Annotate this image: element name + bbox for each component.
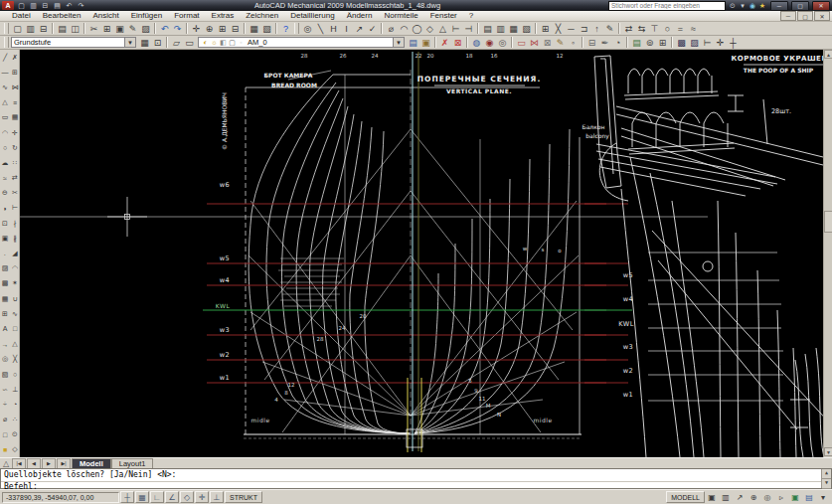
am-annotation-text-icon[interactable]: I	[340, 23, 353, 35]
doc-minimize-button[interactable]: ─	[780, 11, 796, 21]
am-weld-symbol-icon[interactable]: ⊢	[449, 23, 462, 35]
scroll-down-icon[interactable]: ▼	[822, 479, 831, 489]
modify-scale-icon[interactable]: ∷	[10, 155, 20, 170]
am-pair-icon[interactable]: ⇆	[635, 23, 648, 35]
lightbulb-icon[interactable]: ◐	[201, 39, 210, 47]
tray-chevron-icon[interactable]: ▾	[816, 491, 830, 503]
minimize-button[interactable]: ─	[770, 1, 788, 11]
am-align-plus-icon[interactable]: ┼	[727, 37, 740, 49]
am-arc-tools-icon[interactable]: ◠	[398, 23, 411, 35]
undo-icon[interactable]: ↶	[158, 23, 171, 35]
otrack-toggle[interactable]: ✛	[195, 491, 209, 503]
am-edge-symbol-icon[interactable]: ⊣	[462, 23, 475, 35]
zoom-realtime-icon[interactable]: ⊕	[203, 23, 216, 35]
menu-format[interactable]: Format	[168, 11, 205, 21]
open-icon[interactable]: ▥	[24, 23, 37, 35]
tab-nav-last[interactable]: ▶|	[57, 458, 71, 469]
am-balloon-icon[interactable]: ⊚	[643, 37, 656, 49]
favorites-icon[interactable]: ★	[757, 1, 767, 10]
draw-divide-icon[interactable]: ÷	[0, 397, 10, 412]
am-sheet-c-icon[interactable]: ▦	[507, 23, 520, 35]
snap-toggle[interactable]: ┼	[120, 491, 134, 503]
qat-save-icon[interactable]: ⊟	[40, 1, 51, 10]
designcenter-icon[interactable]: ▧	[260, 23, 273, 35]
am-circle-o-icon[interactable]: ○	[661, 23, 674, 35]
draw-helix-icon[interactable]: ∽	[0, 382, 10, 397]
warning-triangle-icon[interactable]: △	[0, 459, 12, 468]
am-layer-group-a-icon[interactable]: ▩	[675, 37, 688, 49]
grid-toggle[interactable]: ▦	[135, 491, 149, 503]
am-sheet-d-icon[interactable]: ▧	[520, 23, 533, 35]
am-swap-icon[interactable]: ⇄	[622, 23, 635, 35]
am-tee-icon[interactable]: ⊤	[648, 23, 661, 35]
modify-break-icon[interactable]: ∦	[10, 231, 20, 246]
doc-close-button[interactable]: ✕	[814, 11, 830, 21]
draw-rectangle-icon[interactable]: ▭	[0, 110, 10, 125]
am-bracket-icon[interactable]: ⊐	[578, 23, 590, 35]
draw-arc-icon[interactable]: ◠	[0, 125, 10, 140]
style-combo[interactable]: Grundstufe ▼	[11, 37, 136, 48]
draw-measure-icon[interactable]: ⌀	[0, 413, 10, 427]
modify-offset-icon[interactable]: ≡	[10, 95, 20, 110]
am-line-symbol-icon[interactable]: ─	[565, 23, 578, 35]
qat-new-icon[interactable]: ▢	[16, 1, 27, 10]
modify-join-icon[interactable]: ∪	[10, 291, 20, 306]
zoom-window-icon[interactable]: ⊞	[216, 23, 229, 35]
plot-state-icon[interactable]: ▢	[228, 39, 237, 47]
am-surface-symbol-icon[interactable]: ✓	[366, 23, 379, 35]
menu-einfgen[interactable]: Einfügen	[125, 11, 169, 21]
scroll-up-icon[interactable]: ▲	[824, 50, 832, 59]
qat-open-icon[interactable]: ▥	[28, 1, 39, 10]
save-icon[interactable]: ⊟	[37, 23, 50, 35]
draw-ellipse-arc-icon[interactable]: ◗	[0, 201, 10, 216]
am-power-view-icon[interactable]: ◍	[470, 37, 483, 49]
draw-donut-icon[interactable]: ◎	[0, 352, 10, 367]
plot-preview-icon[interactable]: ◫	[69, 23, 82, 35]
am-detail-icon[interactable]: ◯	[411, 23, 423, 35]
qat-undo-icon[interactable]: ↶	[64, 1, 75, 10]
am-visibility-on-icon[interactable]: ⊠	[451, 37, 464, 49]
menu-bearbeiten[interactable]: Bearbeiten	[37, 11, 87, 21]
snap-settings-icon[interactable]: ◇	[10, 442, 20, 457]
am-section-tool-icon[interactable]: ⊠	[541, 37, 554, 49]
modify-mirror-icon[interactable]: ⋈	[10, 80, 20, 94]
qat-plot-icon[interactable]: ▤	[52, 1, 63, 10]
display-control-icon[interactable]: ▭	[183, 37, 196, 49]
am-powersnap-icon[interactable]: ◎	[301, 23, 314, 35]
draw-table-icon[interactable]: ⊞	[0, 306, 10, 321]
freeze-sun-icon[interactable]: ☼	[210, 39, 219, 47]
layer-previous-icon[interactable]: ⊡	[151, 37, 164, 49]
zoom-previous-icon[interactable]: ⊟	[229, 23, 242, 35]
tab-nav-prev[interactable]: ◀	[27, 458, 41, 469]
help-icon[interactable]: ?	[279, 23, 292, 35]
draw-hatch-icon[interactable]: ▨	[0, 261, 10, 276]
scroll-down-icon[interactable]: ▼	[824, 447, 832, 456]
am-arrow-up-icon[interactable]: ↑	[590, 23, 603, 35]
modify-copy-icon[interactable]: ⊞	[10, 65, 20, 80]
modify-pedit-icon[interactable]: ∿	[10, 306, 20, 321]
scroll-up-icon[interactable]: ▲	[822, 469, 831, 479]
draw-boundary-icon[interactable]: □	[0, 427, 10, 442]
pan-tray-icon[interactable]: ↗	[733, 491, 747, 503]
cut-icon[interactable]: ✂	[87, 23, 100, 35]
quickview-drawings-icon[interactable]: ▥	[719, 491, 733, 503]
color-swatch-icon[interactable]: ▪	[237, 39, 246, 47]
am-dot-tool-icon[interactable]: ◦	[567, 37, 580, 49]
paste-icon[interactable]: ▣	[113, 23, 126, 35]
modify-explode-icon[interactable]: ✶	[10, 276, 20, 291]
close-button[interactable]: ✕	[812, 1, 830, 11]
am-partlist-icon[interactable]: ⊞	[656, 37, 669, 49]
modify-erase-icon[interactable]: ✗	[10, 50, 20, 65]
snap-tangent-icon[interactable]: ◔	[10, 397, 20, 412]
snap-endpoint-icon[interactable]: □	[10, 321, 20, 336]
draw-ellipse-icon[interactable]: ⊖	[0, 186, 10, 201]
menu-normteile[interactable]: Normteile	[378, 11, 423, 21]
plot-notify-icon[interactable]: ▤	[802, 491, 816, 503]
snap-nearest-icon[interactable]: ∴	[10, 413, 20, 427]
am-edit-sheet-icon[interactable]: ✒	[598, 37, 611, 49]
am-align-left-icon[interactable]: ⊢	[701, 37, 714, 49]
snap-center-icon[interactable]: ○	[10, 367, 20, 382]
modify-rotate-icon[interactable]: ↻	[10, 140, 20, 155]
chevron-down-icon[interactable]: ▼	[124, 38, 135, 47]
menu-extras[interactable]: Extras	[206, 11, 241, 21]
